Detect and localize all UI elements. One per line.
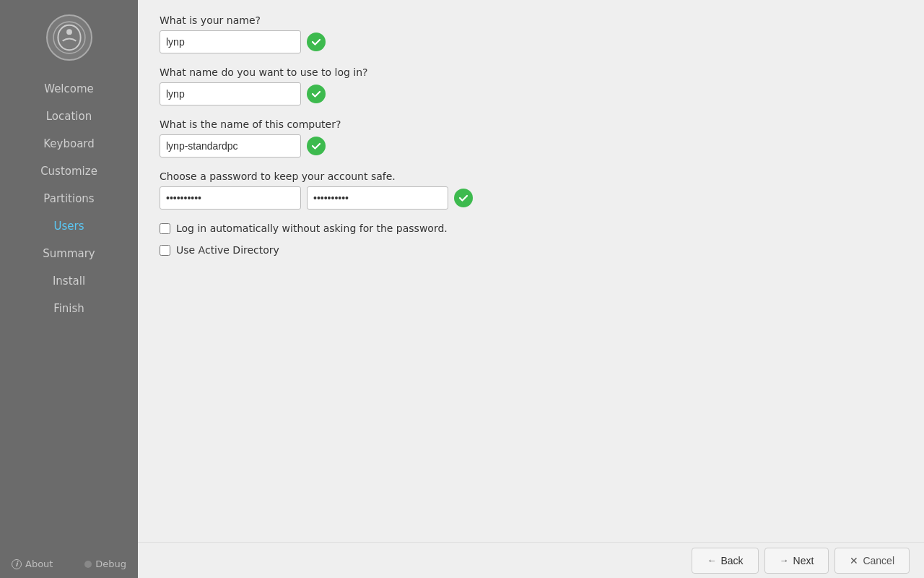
computer-input[interactable] bbox=[160, 134, 301, 158]
password-input[interactable] bbox=[160, 186, 301, 210]
about-button[interactable]: i About bbox=[12, 558, 53, 569]
active-directory-row: Use Active Directory bbox=[160, 244, 902, 256]
sidebar-item-keyboard[interactable]: Keyboard bbox=[0, 130, 138, 158]
name-input[interactable] bbox=[160, 30, 301, 53]
back-button[interactable]: ← Back bbox=[692, 548, 758, 574]
login-valid-icon bbox=[307, 85, 326, 103]
debug-dot-icon bbox=[84, 561, 92, 568]
sidebar-item-summary[interactable]: Summary bbox=[0, 240, 138, 267]
active-directory-label[interactable]: Use Active Directory bbox=[176, 244, 279, 256]
password-input-row bbox=[160, 186, 902, 210]
next-arrow-icon: → bbox=[780, 555, 789, 566]
content-area: What is your name? What name do you want… bbox=[138, 0, 924, 578]
computer-input-row bbox=[160, 134, 902, 158]
password-valid-icon bbox=[454, 189, 473, 207]
computer-group: What is the name of this computer? bbox=[160, 118, 902, 158]
sidebar: Welcome Location Keyboard Customize Part… bbox=[0, 0, 138, 578]
autologin-row: Log in automatically without asking for … bbox=[160, 223, 902, 234]
sidebar-item-welcome[interactable]: Welcome bbox=[0, 75, 138, 103]
computer-label: What is the name of this computer? bbox=[160, 118, 902, 130]
name-input-row bbox=[160, 30, 902, 53]
login-group: What name do you want to use to log in? bbox=[160, 66, 902, 105]
cancel-button[interactable]: ✕ Cancel bbox=[834, 548, 910, 574]
login-label: What name do you want to use to log in? bbox=[160, 66, 902, 78]
computer-valid-icon bbox=[307, 137, 326, 155]
sidebar-item-users[interactable]: Users bbox=[0, 212, 138, 240]
sidebar-item-customize[interactable]: Customize bbox=[0, 158, 138, 185]
back-arrow-icon: ← bbox=[707, 555, 716, 566]
login-input[interactable] bbox=[160, 82, 301, 105]
password-group: Choose a password to keep your account s… bbox=[160, 171, 902, 210]
autologin-checkbox[interactable] bbox=[160, 223, 170, 234]
cancel-x-icon: ✕ bbox=[850, 555, 858, 566]
about-icon: i bbox=[12, 559, 22, 569]
autologin-label[interactable]: Log in automatically without asking for … bbox=[176, 223, 448, 234]
debug-button[interactable]: Debug bbox=[84, 558, 126, 569]
name-valid-icon bbox=[307, 33, 326, 51]
sidebar-item-install[interactable]: Install bbox=[0, 267, 138, 295]
name-label: What is your name? bbox=[160, 14, 902, 26]
login-input-row bbox=[160, 82, 902, 105]
password-confirm-input[interactable] bbox=[307, 186, 448, 210]
password-label: Choose a password to keep your account s… bbox=[160, 171, 902, 182]
sidebar-item-finish[interactable]: Finish bbox=[0, 295, 138, 322]
app-logo bbox=[0, 14, 138, 61]
sidebar-item-partitions[interactable]: Partitions bbox=[0, 185, 138, 212]
svg-point-1 bbox=[66, 29, 72, 35]
sidebar-bottom: i About Debug bbox=[0, 550, 138, 578]
next-button[interactable]: → Next bbox=[764, 548, 829, 574]
form-container: What is your name? What name do you want… bbox=[138, 0, 924, 542]
active-directory-checkbox[interactable] bbox=[160, 245, 170, 256]
name-group: What is your name? bbox=[160, 14, 902, 53]
sidebar-item-location[interactable]: Location bbox=[0, 103, 138, 130]
bottom-bar: ← Back → Next ✕ Cancel bbox=[138, 542, 924, 578]
